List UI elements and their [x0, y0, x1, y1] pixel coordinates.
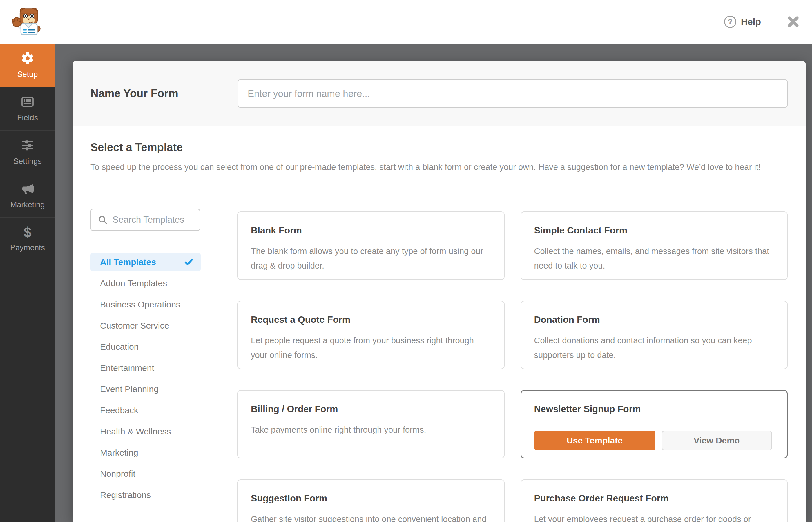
- name-your-form-label: Name Your Form: [90, 87, 238, 100]
- template-description: Take payments online right through your …: [251, 423, 491, 437]
- form-fields-icon: [21, 95, 35, 109]
- gear-icon: [21, 51, 35, 65]
- template-description: Collect the names, emails, and messages …: [534, 244, 774, 273]
- sidebar-item-payments[interactable]: $ Payments: [0, 218, 55, 261]
- dollar-icon: $: [24, 226, 32, 239]
- sidebar-item-settings[interactable]: Settings: [0, 130, 55, 174]
- sliders-icon: [21, 138, 35, 152]
- close-icon: [787, 15, 800, 28]
- sidebar-item-setup[interactable]: Setup: [0, 43, 55, 87]
- description-text: !: [758, 162, 761, 172]
- search-icon: [98, 215, 108, 225]
- template-title: Donation Form: [534, 314, 774, 325]
- category-label: Registrations: [100, 490, 151, 500]
- sidebar-item-label: Fields: [17, 114, 38, 122]
- category-label: Entertainment: [100, 363, 154, 373]
- category-business-operations[interactable]: Business Operations: [90, 295, 201, 314]
- template-card-purchase-order-request-form[interactable]: Purchase Order Request Form Let your emp…: [521, 479, 788, 522]
- template-description: The blank form allows you to create any …: [251, 244, 491, 273]
- description-text: or: [462, 162, 474, 172]
- category-list: All Templates Addon Templates Business O…: [90, 253, 221, 504]
- category-label: Feedback: [100, 405, 138, 415]
- sidebar-item-label: Payments: [10, 243, 45, 252]
- category-label: Addon Templates: [100, 278, 167, 288]
- use-template-button[interactable]: Use Template: [534, 430, 655, 450]
- setup-panel: Name Your Form Select a Template To spee…: [73, 61, 806, 522]
- category-addon-templates[interactable]: Addon Templates: [90, 274, 201, 293]
- bear-mascot-icon: [9, 5, 45, 39]
- view-demo-button[interactable]: View Demo: [662, 430, 772, 450]
- blank-form-link[interactable]: blank form: [422, 162, 461, 172]
- template-description: Let your employees request a purchase or…: [534, 512, 774, 522]
- close-builder-button[interactable]: [774, 0, 812, 43]
- form-name-input[interactable]: [238, 79, 788, 107]
- sidebar-item-fields[interactable]: Fields: [0, 87, 55, 130]
- top-header: ? Help: [0, 0, 812, 43]
- category-event-planning[interactable]: Event Planning: [90, 380, 201, 399]
- select-template-title: Select a Template: [90, 141, 788, 154]
- checkmark-icon: [184, 258, 194, 267]
- template-card-request-a-quote-form[interactable]: Request a Quote Form Let people request …: [237, 301, 505, 369]
- name-your-form-section: Name Your Form: [73, 61, 806, 126]
- category-label: Marketing: [100, 448, 138, 458]
- sidebar-item-label: Setup: [17, 70, 38, 79]
- suggest-template-link[interactable]: We’d love to hear it: [686, 162, 758, 172]
- category-feedback[interactable]: Feedback: [90, 401, 201, 420]
- question-circle-icon: ?: [724, 16, 736, 28]
- template-title: Request a Quote Form: [251, 314, 491, 325]
- category-label: Business Operations: [100, 300, 180, 309]
- template-description: Collect donations and contact informatio…: [534, 333, 774, 362]
- template-card-billing-order-form[interactable]: Billing / Order Form Take payments onlin…: [237, 390, 505, 459]
- template-title: Newsletter Signup Form: [534, 403, 774, 415]
- category-label: All Templates: [100, 257, 156, 267]
- template-card-blank-form[interactable]: Blank Form The blank form allows you to …: [237, 212, 505, 280]
- templates-grid: Blank Form The blank form allows you to …: [237, 191, 788, 522]
- category-label: Education: [100, 342, 139, 352]
- template-card-simple-contact-form[interactable]: Simple Contact Form Collect the names, e…: [521, 212, 788, 280]
- template-title: Purchase Order Request Form: [534, 493, 774, 504]
- template-categories-panel: All Templates Addon Templates Business O…: [90, 191, 221, 522]
- help-button[interactable]: ? Help: [724, 0, 761, 43]
- category-health-wellness[interactable]: Health & Wellness: [90, 422, 201, 441]
- builder-sidebar: Setup Fields Settings Marketing $ Paymen…: [0, 43, 55, 522]
- sidebar-item-marketing[interactable]: Marketing: [0, 174, 55, 218]
- category-nonprofit[interactable]: Nonprofit: [90, 465, 201, 483]
- description-text: . Have a suggestion for a new template?: [534, 162, 686, 172]
- template-title: Billing / Order Form: [251, 403, 491, 415]
- template-title: Suggestion Form: [251, 493, 491, 504]
- category-label: Event Planning: [100, 384, 159, 394]
- search-templates-box: [90, 209, 200, 231]
- category-customer-service[interactable]: Customer Service: [90, 316, 201, 335]
- template-card-donation-form[interactable]: Donation Form Collect donations and cont…: [521, 301, 788, 369]
- category-marketing[interactable]: Marketing: [90, 443, 201, 462]
- template-title: Simple Contact Form: [534, 225, 774, 236]
- megaphone-icon: [21, 182, 35, 196]
- category-label: Nonprofit: [100, 469, 136, 479]
- create-your-own-link[interactable]: create your own: [474, 162, 534, 172]
- category-label: Customer Service: [100, 321, 169, 330]
- sidebar-item-label: Settings: [13, 157, 42, 166]
- select-template-description: To speed up the process you can select f…: [90, 161, 788, 173]
- template-description: Let people request a quote from your bus…: [251, 333, 491, 362]
- category-education[interactable]: Education: [90, 338, 201, 356]
- description-text: To speed up the process you can select f…: [90, 162, 422, 172]
- sidebar-item-label: Marketing: [11, 200, 45, 209]
- help-label: Help: [741, 17, 761, 27]
- category-entertainment[interactable]: Entertainment: [90, 359, 201, 377]
- template-description: Gather site visitor suggestions into one…: [251, 512, 491, 522]
- category-label: Health & Wellness: [100, 427, 171, 437]
- template-card-newsletter-signup-form[interactable]: Newsletter Signup Form Use Template View…: [521, 390, 788, 459]
- wpforms-logo: [0, 0, 55, 43]
- template-card-suggestion-form[interactable]: Suggestion Form Gather site visitor sugg…: [237, 479, 505, 522]
- template-title: Blank Form: [251, 225, 491, 236]
- category-all-templates[interactable]: All Templates: [90, 253, 201, 272]
- category-registrations[interactable]: Registrations: [90, 486, 201, 504]
